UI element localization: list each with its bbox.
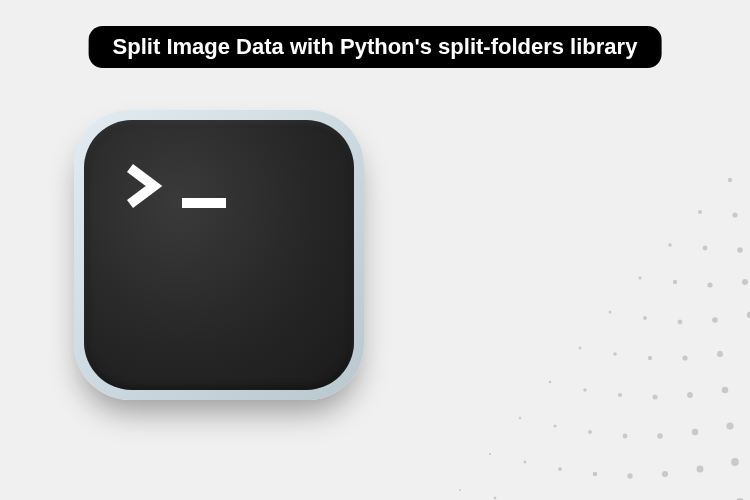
svg-point-37 — [588, 430, 592, 434]
svg-point-52 — [459, 489, 461, 491]
svg-point-20 — [579, 347, 582, 350]
svg-point-39 — [657, 433, 663, 439]
svg-point-5 — [668, 243, 672, 247]
svg-point-11 — [707, 282, 712, 287]
svg-point-32 — [722, 387, 729, 394]
svg-point-44 — [524, 461, 527, 464]
svg-point-3 — [732, 212, 737, 217]
svg-point-36 — [553, 424, 556, 427]
svg-point-7 — [737, 247, 743, 253]
svg-point-2 — [698, 210, 702, 214]
terminal-icon — [74, 110, 364, 400]
svg-point-40 — [692, 429, 698, 435]
svg-point-12 — [742, 279, 748, 285]
svg-point-15 — [643, 316, 647, 320]
chevron-right-icon — [124, 162, 168, 210]
svg-point-30 — [653, 395, 658, 400]
svg-point-14 — [609, 311, 612, 314]
svg-point-23 — [682, 355, 687, 360]
svg-point-38 — [623, 434, 628, 439]
svg-point-50 — [731, 458, 739, 466]
terminal-icon-inner — [84, 120, 354, 390]
cursor-underscore-icon — [182, 198, 226, 208]
svg-point-16 — [678, 320, 683, 325]
svg-point-29 — [618, 393, 622, 397]
svg-point-21 — [613, 352, 617, 356]
decorative-dots — [370, 120, 750, 500]
svg-point-45 — [558, 467, 562, 471]
svg-point-0 — [728, 178, 732, 182]
page-title: Split Image Data with Python's split-fol… — [89, 26, 662, 68]
svg-point-6 — [703, 246, 708, 251]
svg-point-31 — [687, 392, 693, 398]
svg-point-27 — [549, 381, 552, 384]
svg-point-47 — [627, 473, 632, 478]
svg-point-17 — [712, 317, 718, 323]
terminal-prompt-icon — [124, 162, 226, 210]
svg-point-24 — [717, 351, 723, 357]
svg-point-49 — [697, 466, 704, 473]
svg-point-48 — [662, 471, 668, 477]
svg-point-41 — [726, 422, 733, 429]
svg-point-53 — [494, 497, 497, 500]
svg-point-35 — [519, 417, 521, 419]
svg-point-22 — [648, 356, 652, 360]
svg-point-10 — [673, 280, 677, 284]
svg-point-9 — [638, 276, 641, 279]
svg-point-28 — [583, 388, 586, 391]
svg-point-46 — [593, 472, 598, 477]
svg-point-43 — [489, 453, 491, 455]
